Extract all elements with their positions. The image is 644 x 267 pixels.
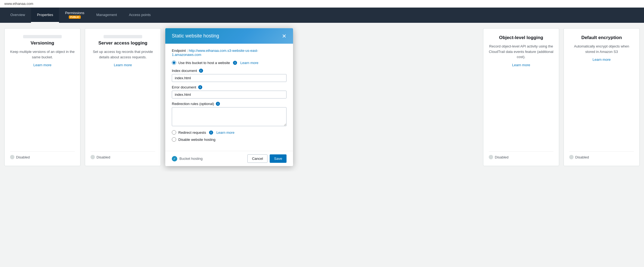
use-bucket-learn-more[interactable]: Learn more <box>240 61 258 65</box>
save-button[interactable]: Save <box>270 154 287 163</box>
index-document-info-icon[interactable]: i <box>199 69 203 73</box>
tab-permissions-label: Permissions <box>65 11 84 15</box>
versioning-title: Versioning <box>31 40 54 46</box>
modal-body: Endpoint : http://www.ethanaa.com.s3-web… <box>165 44 293 151</box>
default-encryption-learn-more[interactable]: Learn more <box>593 58 611 62</box>
versioning-desc: Keep multiple versions of an object in t… <box>10 49 75 60</box>
radio-disable-hosting-label: Disable website hosting <box>178 138 216 142</box>
server-access-logging-card: Server access logging Set up access log … <box>85 28 161 166</box>
radio-group-extra: Redirect requests i Learn more Disable w… <box>172 130 287 142</box>
endpoint-line: Endpoint : http://www.ethanaa.com.s3-web… <box>172 49 287 57</box>
radio-use-bucket-label: Use this bucket to host a website <box>178 61 230 65</box>
url-bar: www.ethanaa.com <box>0 0 644 8</box>
radio-use-bucket: Use this bucket to host a website i Lear… <box>172 61 287 65</box>
redirection-rules-info-icon[interactable]: i <box>216 102 220 106</box>
default-encryption-title: Default encryption <box>581 35 622 40</box>
modal-footer: ✓ Bucket hosting Cancel Save <box>165 151 293 166</box>
modal-title: Static website hosting <box>172 33 219 39</box>
object-logging-learn-more[interactable]: Learn more <box>512 63 530 67</box>
tab-properties[interactable]: Properties <box>31 8 59 23</box>
object-logging-status: Disabled <box>489 155 509 159</box>
object-logging-desc: Record object-level API activity using t… <box>489 44 553 60</box>
server-logging-status-label: Disabled <box>97 155 110 159</box>
static-website-hosting-modal: Static website hosting ✕ Endpoint : http… <box>165 28 293 166</box>
modal-close-button[interactable]: ✕ <box>282 33 287 39</box>
error-document-input[interactable] <box>172 91 287 98</box>
footer-status-label: Bucket hosting <box>179 157 203 161</box>
tab-access-points-label: Access points <box>129 13 151 17</box>
default-encryption-desc: Automatically encrypt objects when store… <box>569 44 634 54</box>
versioning-divider <box>10 151 75 152</box>
server-logging-learn-more[interactable]: Learn more <box>114 63 132 67</box>
object-logging-title: Object-level logging <box>499 35 543 40</box>
radio-redirect-requests: Redirect requests i Learn more <box>172 130 287 135</box>
server-logging-title: Server access logging <box>98 40 147 46</box>
card-skeleton <box>23 35 62 38</box>
index-document-label-text: Index document <box>172 69 197 73</box>
error-document-info-icon[interactable]: i <box>198 85 202 89</box>
radio-disable-hosting: Disable website hosting <box>172 137 287 142</box>
endpoint-label: Endpoint : <box>172 49 188 53</box>
error-document-label-text: Error document <box>172 85 196 89</box>
default-encryption-status-dot <box>569 155 574 159</box>
index-document-input[interactable] <box>172 74 287 82</box>
object-logging-status-label: Disabled <box>495 155 509 159</box>
radio-use-bucket-input[interactable] <box>172 61 176 65</box>
tab-overview-label: Overview <box>10 13 25 17</box>
footer-left: ✓ Bucket hosting <box>172 156 203 161</box>
tab-overview[interactable]: Overview <box>4 8 31 23</box>
server-logging-status: Disabled <box>91 155 110 159</box>
redirect-requests-learn-more[interactable]: Learn more <box>216 131 234 135</box>
redirection-rules-group: Redirection rules (optional) i <box>172 102 287 127</box>
versioning-learn-more[interactable]: Learn more <box>33 63 51 67</box>
radio-group: Use this bucket to host a website i Lear… <box>172 61 287 65</box>
server-logging-divider <box>91 151 155 152</box>
object-logging-status-dot <box>489 155 493 159</box>
error-document-group: Error document i <box>172 85 287 98</box>
redirection-rules-label-text: Redirection rules (optional) <box>172 102 214 106</box>
tab-management[interactable]: Management <box>90 8 123 23</box>
cards-row: Versioning Keep multiple versions of an … <box>4 28 640 166</box>
redirection-rules-textarea[interactable] <box>172 107 287 126</box>
card-skeleton-2 <box>104 35 142 38</box>
redirect-requests-info-icon[interactable]: i <box>209 131 213 135</box>
tab-management-label: Management <box>96 13 117 17</box>
modal-container: Static website hosting ✕ Endpoint : http… <box>165 28 479 166</box>
versioning-card: Versioning Keep multiple versions of an … <box>4 28 80 166</box>
bucket-hosting-check-icon: ✓ <box>172 156 177 161</box>
tabs-bar: Overview Properties Permissions PUBLIC M… <box>0 8 644 23</box>
radio-disable-hosting-input[interactable] <box>172 137 176 142</box>
versioning-status-dot <box>10 155 14 159</box>
use-bucket-info-icon[interactable]: i <box>233 61 237 65</box>
footer-buttons: Cancel Save <box>247 154 287 163</box>
default-encryption-divider <box>569 151 634 152</box>
versioning-status: Disabled <box>10 155 30 159</box>
tab-permissions[interactable]: Permissions PUBLIC <box>59 8 90 23</box>
permissions-badge: PUBLIC <box>69 15 81 19</box>
index-document-label: Index document i <box>172 69 287 73</box>
default-encryption-card: Default encryption Automatically encrypt… <box>564 28 640 166</box>
default-encryption-status-label: Disabled <box>575 155 589 159</box>
radio-redirect-requests-input[interactable] <box>172 130 176 135</box>
default-encryption-status: Disabled <box>569 155 589 159</box>
url-text: www.ethanaa.com <box>4 2 33 6</box>
versioning-status-label: Disabled <box>16 155 30 159</box>
tab-access-points[interactable]: Access points <box>123 8 157 23</box>
index-document-group: Index document i <box>172 69 287 82</box>
radio-redirect-requests-label: Redirect requests <box>178 131 206 135</box>
cancel-button[interactable]: Cancel <box>247 154 267 163</box>
error-document-label: Error document i <box>172 85 287 89</box>
object-logging-divider <box>489 151 553 152</box>
object-level-logging-card: Object-level logging Record object-level… <box>483 28 559 166</box>
server-logging-desc: Set up access log records that provide d… <box>91 49 155 60</box>
main-content: Versioning Keep multiple versions of an … <box>0 23 644 171</box>
server-logging-status-dot <box>91 155 95 159</box>
tab-properties-label: Properties <box>37 13 53 17</box>
redirection-rules-label: Redirection rules (optional) i <box>172 102 287 106</box>
modal-header: Static website hosting ✕ <box>165 28 293 44</box>
